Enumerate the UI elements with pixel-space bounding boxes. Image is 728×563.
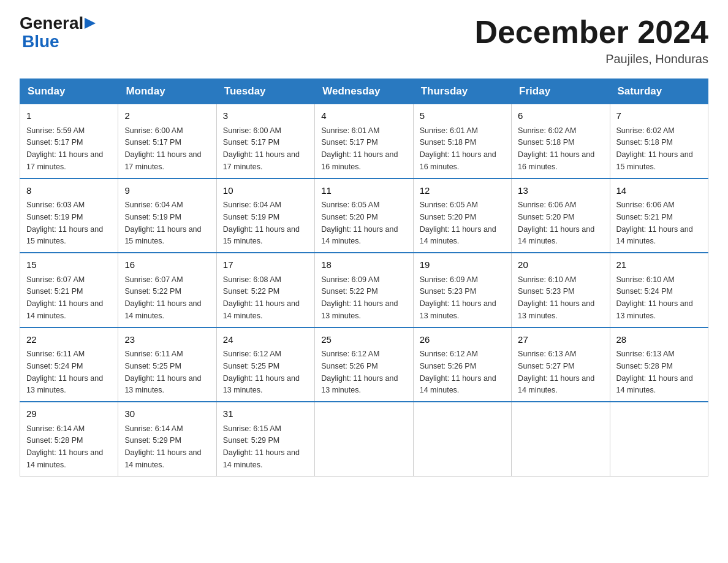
day-info: Sunrise: 6:11 AMSunset: 5:25 PMDaylight:… [124,350,201,394]
day-number: 1 [26,109,112,123]
page-subtitle: Paujiles, Honduras [474,52,708,66]
day-number: 10 [223,184,308,198]
calendar-header: SundayMondayTuesdayWednesdayThursdayFrid… [20,79,708,104]
calendar-day-cell: 30 Sunrise: 6:14 AMSunset: 5:29 PMDaylig… [118,402,216,476]
day-info: Sunrise: 6:11 AMSunset: 5:24 PMDaylight:… [26,350,103,394]
logo: General Blue [20,15,96,52]
day-info: Sunrise: 6:14 AMSunset: 5:28 PMDaylight:… [26,424,103,469]
calendar-day-cell: 4 Sunrise: 6:01 AMSunset: 5:17 PMDayligh… [315,104,413,178]
day-info: Sunrise: 6:09 AMSunset: 5:23 PMDaylight:… [420,275,496,320]
calendar-day-cell: 31 Sunrise: 6:15 AMSunset: 5:29 PMDaylig… [216,402,314,476]
calendar-day-cell: 25 Sunrise: 6:12 AMSunset: 5:26 PMDaylig… [315,327,413,402]
day-number: 18 [321,258,406,272]
day-info: Sunrise: 6:14 AMSunset: 5:29 PMDaylight:… [124,424,201,469]
day-info: Sunrise: 6:13 AMSunset: 5:27 PMDaylight:… [518,350,594,394]
calendar-day-cell [413,402,511,476]
day-number: 12 [420,184,505,198]
day-number: 2 [124,109,210,123]
day-info: Sunrise: 6:01 AMSunset: 5:18 PMDaylight:… [420,126,496,171]
day-number: 27 [518,333,603,347]
day-info: Sunrise: 6:07 AMSunset: 5:21 PMDaylight:… [26,275,103,320]
day-info: Sunrise: 6:04 AMSunset: 5:19 PMDaylight:… [124,201,201,245]
day-number: 7 [616,109,702,123]
day-number: 21 [616,258,702,272]
day-info: Sunrise: 6:12 AMSunset: 5:26 PMDaylight:… [321,350,398,394]
day-number: 13 [518,184,603,198]
day-number: 9 [124,184,210,198]
day-number: 20 [518,258,603,272]
day-number: 26 [420,333,505,347]
day-number: 25 [321,333,406,347]
page-title: December 2024 [474,15,708,50]
day-number: 5 [420,109,505,123]
day-info: Sunrise: 6:05 AMSunset: 5:20 PMDaylight:… [420,201,496,245]
calendar-header-row: SundayMondayTuesdayWednesdayThursdayFrid… [20,79,708,104]
calendar-day-cell: 15 Sunrise: 6:07 AMSunset: 5:21 PMDaylig… [20,253,118,327]
day-info: Sunrise: 6:03 AMSunset: 5:19 PMDaylight:… [26,201,103,245]
day-info: Sunrise: 6:00 AMSunset: 5:17 PMDaylight:… [124,126,201,171]
logo-arrow-icon [85,17,96,30]
calendar-day-cell: 10 Sunrise: 6:04 AMSunset: 5:19 PMDaylig… [216,178,314,253]
day-info: Sunrise: 6:02 AMSunset: 5:18 PMDaylight:… [518,126,594,171]
calendar-header-cell: Wednesday [315,79,413,104]
calendar-day-cell: 6 Sunrise: 6:02 AMSunset: 5:18 PMDayligh… [512,104,610,178]
day-number: 11 [321,184,406,198]
calendar-day-cell: 22 Sunrise: 6:11 AMSunset: 5:24 PMDaylig… [20,327,118,402]
day-info: Sunrise: 6:12 AMSunset: 5:26 PMDaylight:… [420,350,496,394]
calendar-header-cell: Sunday [20,79,118,104]
day-info: Sunrise: 6:15 AMSunset: 5:29 PMDaylight:… [223,424,300,469]
logo-general: General [20,15,83,32]
day-number: 29 [26,407,112,421]
logo-blue: Blue [22,32,96,52]
day-number: 22 [26,333,112,347]
day-info: Sunrise: 6:10 AMSunset: 5:24 PMDaylight:… [616,275,693,320]
day-number: 15 [26,258,112,272]
calendar-day-cell: 3 Sunrise: 6:00 AMSunset: 5:17 PMDayligh… [216,104,314,178]
day-number: 16 [124,258,210,272]
day-info: Sunrise: 6:10 AMSunset: 5:23 PMDaylight:… [518,275,594,320]
calendar-day-cell: 2 Sunrise: 6:00 AMSunset: 5:17 PMDayligh… [118,104,216,178]
day-number: 14 [616,184,702,198]
calendar-day-cell: 28 Sunrise: 6:13 AMSunset: 5:28 PMDaylig… [610,327,708,402]
day-number: 23 [124,333,210,347]
calendar-week-row: 22 Sunrise: 6:11 AMSunset: 5:24 PMDaylig… [20,327,708,402]
page-header: General Blue December 2024 Paujiles, Hon… [20,15,708,66]
day-info: Sunrise: 6:04 AMSunset: 5:19 PMDaylight:… [223,201,300,245]
day-info: Sunrise: 6:00 AMSunset: 5:17 PMDaylight:… [223,126,300,171]
calendar-header-cell: Tuesday [216,79,314,104]
calendar-day-cell: 17 Sunrise: 6:08 AMSunset: 5:22 PMDaylig… [216,253,314,327]
calendar-day-cell: 24 Sunrise: 6:12 AMSunset: 5:25 PMDaylig… [216,327,314,402]
day-info: Sunrise: 6:01 AMSunset: 5:17 PMDaylight:… [321,126,398,171]
calendar-week-row: 1 Sunrise: 5:59 AMSunset: 5:17 PMDayligh… [20,104,708,178]
calendar-day-cell: 21 Sunrise: 6:10 AMSunset: 5:24 PMDaylig… [610,253,708,327]
calendar-day-cell: 20 Sunrise: 6:10 AMSunset: 5:23 PMDaylig… [512,253,610,327]
calendar-day-cell: 12 Sunrise: 6:05 AMSunset: 5:20 PMDaylig… [413,178,511,253]
day-info: Sunrise: 6:05 AMSunset: 5:20 PMDaylight:… [321,201,398,245]
day-number: 28 [616,333,702,347]
day-number: 4 [321,109,406,123]
calendar-day-cell: 1 Sunrise: 5:59 AMSunset: 5:17 PMDayligh… [20,104,118,178]
day-info: Sunrise: 6:06 AMSunset: 5:20 PMDaylight:… [518,201,594,245]
day-info: Sunrise: 5:59 AMSunset: 5:17 PMDaylight:… [26,126,103,171]
day-info: Sunrise: 6:13 AMSunset: 5:28 PMDaylight:… [616,350,693,394]
calendar-day-cell: 13 Sunrise: 6:06 AMSunset: 5:20 PMDaylig… [512,178,610,253]
calendar-day-cell: 8 Sunrise: 6:03 AMSunset: 5:19 PMDayligh… [20,178,118,253]
calendar-day-cell: 7 Sunrise: 6:02 AMSunset: 5:18 PMDayligh… [610,104,708,178]
day-number: 17 [223,258,308,272]
calendar-header-cell: Thursday [413,79,511,104]
day-number: 30 [124,407,210,421]
calendar-body: 1 Sunrise: 5:59 AMSunset: 5:17 PMDayligh… [20,104,708,477]
calendar-day-cell: 9 Sunrise: 6:04 AMSunset: 5:19 PMDayligh… [118,178,216,253]
title-area: December 2024 Paujiles, Honduras [474,15,708,66]
calendar-week-row: 15 Sunrise: 6:07 AMSunset: 5:21 PMDaylig… [20,253,708,327]
day-info: Sunrise: 6:09 AMSunset: 5:22 PMDaylight:… [321,275,398,320]
calendar-day-cell: 29 Sunrise: 6:14 AMSunset: 5:28 PMDaylig… [20,402,118,476]
day-info: Sunrise: 6:07 AMSunset: 5:22 PMDaylight:… [124,275,201,320]
calendar-day-cell: 11 Sunrise: 6:05 AMSunset: 5:20 PMDaylig… [315,178,413,253]
day-number: 8 [26,184,112,198]
day-info: Sunrise: 6:02 AMSunset: 5:18 PMDaylight:… [616,126,693,171]
calendar-header-cell: Friday [512,79,610,104]
calendar-week-row: 29 Sunrise: 6:14 AMSunset: 5:28 PMDaylig… [20,402,708,476]
calendar-day-cell: 14 Sunrise: 6:06 AMSunset: 5:21 PMDaylig… [610,178,708,253]
calendar-day-cell [315,402,413,476]
